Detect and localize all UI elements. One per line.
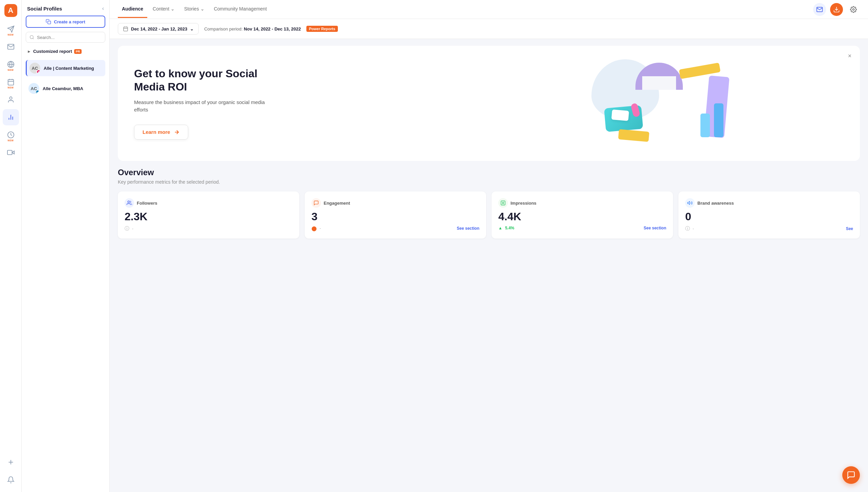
calendar-icon <box>123 26 128 32</box>
nav-icon-notifications[interactable] <box>3 472 19 488</box>
followers-icon <box>125 198 134 208</box>
search-input[interactable] <box>37 35 102 40</box>
date-bar: Dec 14, 2022 - Jan 12, 2023 ⌄ Comparison… <box>110 19 868 39</box>
profile-avatar-1: AC <box>28 83 39 94</box>
nav-icon-analytics[interactable] <box>3 109 19 125</box>
date-range-button[interactable]: Dec 14, 2022 - Jan 12, 2023 ⌄ <box>118 23 199 35</box>
impressions-footer: ▲ 5.4% See section <box>498 226 666 230</box>
main-content: Audience Content ⌄ Stories ⌄ Community M… <box>110 0 868 492</box>
profile-item-1[interactable]: AC Alle Ceambur, MBA <box>26 80 105 97</box>
profile-name-1: Alle Ceambur, MBA <box>43 86 83 91</box>
date-range-text: Dec 14, 2022 - Jan 12, 2023 <box>131 26 187 32</box>
svg-rect-4 <box>8 80 14 85</box>
svg-rect-33 <box>501 201 505 205</box>
metrics-grid: Followers 2.3K ⓘ - Engagement 3 ⬤ <box>118 191 860 239</box>
metric-header-engagement: Engagement <box>311 198 479 208</box>
nav-icon-publish[interactable]: NEW <box>3 21 19 37</box>
white-obj-shape <box>611 109 629 121</box>
svg-point-32 <box>128 201 129 203</box>
arrow-right-icon <box>174 129 180 135</box>
svg-marker-13 <box>12 151 14 154</box>
overview-subtitle: Key performance metrics for the selected… <box>118 179 860 185</box>
banner-content: Get to know your Social Media ROI Measur… <box>118 51 294 156</box>
overview-title: Overview <box>118 168 860 177</box>
impressions-value: 4.4K <box>498 210 666 223</box>
nav-icon-dashboard[interactable]: NEW <box>3 127 19 143</box>
sidebar-title: Social Profiles <box>27 6 62 12</box>
engagement-footer: ⬤ - See section <box>311 226 479 231</box>
brand-footer: ⓘ - See <box>685 226 853 232</box>
tab-content[interactable]: Content ⌄ <box>149 1 179 18</box>
svg-point-34 <box>502 202 504 204</box>
brand-value: 0 <box>685 210 853 223</box>
create-report-icon <box>46 19 51 24</box>
svg-point-8 <box>9 97 12 99</box>
chevron-down-icon-stories: ⌄ <box>200 6 204 12</box>
impressions-icon <box>498 198 508 208</box>
nav-icon-calendar[interactable]: NEW <box>3 74 19 90</box>
nav-icon-inbox[interactable] <box>3 39 19 55</box>
svg-rect-14 <box>7 150 12 155</box>
new-badge-social: NEW <box>8 69 14 71</box>
sidebar: Social Profiles ‹ Create a report ► Cust… <box>22 0 110 492</box>
nav-icon-users[interactable] <box>3 91 19 108</box>
chevron-right-icon: ► <box>27 49 31 54</box>
overview-section: Overview Key performance metrics for the… <box>110 168 868 247</box>
new-badge-publish: NEW <box>8 34 14 36</box>
see-section-impressions[interactable]: See section <box>644 226 666 230</box>
settings-icon <box>850 6 857 13</box>
chat-icon <box>847 471 855 479</box>
info-icon-brand: ⓘ <box>685 226 690 232</box>
nav-icon-add[interactable] <box>3 454 19 470</box>
settings-button[interactable] <box>847 3 860 16</box>
neutral-icon-engagement: ⬤ <box>311 226 317 231</box>
svg-marker-35 <box>688 201 690 204</box>
mail-button[interactable] <box>813 3 826 16</box>
metric-card-brand: Brand awareness 0 ⓘ - See <box>678 191 860 239</box>
new-badge-dashboard: NEW <box>8 139 14 142</box>
info-icon-followers: ⓘ <box>125 226 129 232</box>
download-button[interactable] <box>830 3 843 16</box>
engagement-icon <box>311 198 321 208</box>
search-box[interactable] <box>26 32 105 43</box>
svg-line-19 <box>33 38 34 39</box>
create-report-button[interactable]: Create a report <box>26 16 105 28</box>
nav-icon-social[interactable]: NEW <box>3 56 19 73</box>
top-nav-actions <box>813 3 860 16</box>
chat-bubble[interactable] <box>842 466 860 484</box>
tab-audience[interactable]: Audience <box>118 1 147 18</box>
svg-rect-27 <box>124 27 128 31</box>
mail-icon <box>816 6 823 13</box>
nav-icon-video[interactable] <box>3 144 19 161</box>
blue-bar2-shape <box>700 114 710 137</box>
roi-banner: Get to know your Social Media ROI Measur… <box>118 46 860 161</box>
svg-point-26 <box>853 8 854 10</box>
nav-bottom <box>3 454 19 488</box>
tab-stories[interactable]: Stories ⌄ <box>180 1 209 18</box>
see-section-brand[interactable]: See <box>846 226 853 231</box>
tab-community[interactable]: Community Management <box>210 1 271 18</box>
banner-subtitle: Measure the business impact of your orga… <box>134 99 278 114</box>
followers-value: 2.3K <box>125 210 292 223</box>
svg-point-18 <box>30 36 34 39</box>
blue-bar-shape <box>714 103 723 137</box>
customized-report-section[interactable]: ► Customized report PR <box>26 47 105 56</box>
profile-avatar-0: AC <box>29 63 40 74</box>
banner-title: Get to know your Social Media ROI <box>134 67 278 93</box>
svg-rect-17 <box>48 21 51 24</box>
chevron-down-icon-content: ⌄ <box>171 6 175 12</box>
yellow-obj-shape <box>618 129 649 142</box>
sidebar-collapse-btn[interactable]: ‹ <box>102 5 104 12</box>
pr-badge: PR <box>74 49 82 54</box>
banner-close-button[interactable]: × <box>845 51 854 61</box>
impressions-change: 5.4% <box>505 226 514 230</box>
metric-card-engagement: Engagement 3 ⬤ - See section <box>305 191 486 239</box>
see-section-engagement[interactable]: See section <box>457 226 479 231</box>
power-reports-badge: Power Reports <box>306 26 338 32</box>
icon-nav: A NEW NEW NEW NEW <box>0 0 22 492</box>
metric-card-followers: Followers 2.3K ⓘ - <box>118 191 299 239</box>
svg-point-24 <box>37 91 37 91</box>
top-nav: Audience Content ⌄ Stories ⌄ Community M… <box>110 0 868 19</box>
profile-item-0[interactable]: AC Alle | Content Marketing <box>26 60 105 76</box>
learn-more-button[interactable]: Learn more <box>134 125 188 140</box>
